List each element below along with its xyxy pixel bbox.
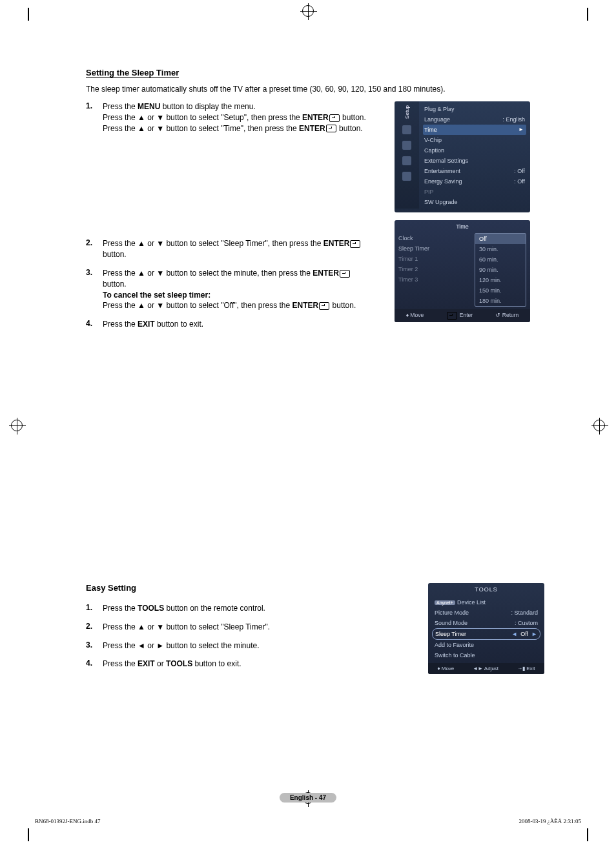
osd-time-row: Timer 3 [398, 274, 472, 285]
osd-tools-menu: TOOLS Anynet+Device ListPicture Mode: St… [428, 583, 544, 674]
page-number-badge: English - 47 [280, 793, 336, 803]
osd-title: Time [395, 220, 530, 233]
osd-menu-item: SW Upgrade [423, 197, 526, 207]
step-body: Press the MENU button to display the men… [103, 101, 383, 134]
osd-menu-item: Energy SavingOff [423, 176, 526, 187]
enter-icon [325, 124, 337, 133]
osd-option: 90 min. [475, 265, 526, 275]
droplet-icon [402, 125, 411, 134]
osd-tools-row: Anynet+Device List [432, 597, 540, 608]
step-number: 4. [86, 319, 103, 330]
page-content: Setting the Sleep Timer The sleep timer … [86, 68, 531, 677]
osd-option: 120 min. [475, 275, 526, 285]
footer-right: 2008-03-19 ¿ÀÈÄ 2:31:05 [519, 818, 582, 824]
footer-return: ↺ Return [495, 312, 518, 320]
section-title: Setting the Sleep Timer [86, 68, 179, 78]
osd-time-row: Clock [398, 233, 472, 243]
registration-mark [11, 420, 23, 431]
footer-adjust: ◄► Adjust [473, 666, 498, 671]
osd-setup-menu: Setup Plug & PlayLanguageEnglishTimeV-Ch… [395, 101, 530, 212]
osd-tools-row: Add to Favorite [432, 640, 540, 650]
osd-option: 150 min. [475, 285, 526, 296]
gear-icon [402, 141, 411, 150]
intro-text: The sleep timer automatically shuts off … [86, 85, 531, 94]
steps-list: 1. Press the MENU button to display the … [86, 101, 383, 134]
osd-option: 60 min. [475, 254, 526, 265]
osd-menu-item: Caption [423, 145, 526, 156]
enter-icon [446, 312, 458, 318]
osd-menu-item: External Settings [423, 156, 526, 166]
step-number: 3. [86, 268, 103, 311]
osd-tab-label: Setup [404, 105, 410, 119]
osd-menu-item: EntertainmentOff [423, 166, 526, 176]
input-icon [402, 172, 411, 181]
osd-option: 180 min. [475, 296, 526, 306]
osd-tools-row: Sleep Timer◄ Off ► [432, 628, 540, 640]
footer-enter: Enter [446, 312, 473, 320]
osd-time-row: Timer 1 [398, 254, 472, 264]
osd-tools-row: Sound Mode: Custom [432, 618, 540, 628]
osd-menu-item: PIP [423, 187, 526, 197]
registration-mark [302, 5, 314, 17]
footer-move: ♦ Move [406, 312, 424, 320]
step-body: Press the ▲ or ▼ button to select the mi… [103, 268, 383, 311]
footer-left: BN68-01392J-ENG.indb 47 [35, 818, 101, 824]
step-number: 1. [86, 101, 103, 134]
print-footer: BN68-01392J-ENG.indb 47 2008-03-19 ¿ÀÈÄ … [35, 818, 581, 824]
step-number: 2. [86, 238, 103, 260]
osd-menu-item: LanguageEnglish [423, 114, 526, 125]
osd-menu-item: Time [423, 125, 526, 135]
satellite-icon [402, 156, 411, 165]
enter-icon [339, 269, 351, 278]
step-body: Press the ▲ or ▼ button to select "Sleep… [103, 238, 383, 260]
section-title: Easy Setting [86, 583, 136, 593]
enter-icon [329, 113, 340, 122]
osd-option: 30 min. [475, 244, 526, 254]
osd-time-row: Timer 2 [398, 264, 472, 274]
enter-icon [349, 239, 361, 248]
osd-tools-row: Switch to Cable [432, 650, 540, 660]
osd-menu-item: Plug & Play [423, 104, 526, 114]
crop-marks-bottom [0, 828, 616, 841]
osd-menu-item: V-Chip [423, 135, 526, 145]
osd-tools-row: Picture Mode: Standard [432, 608, 540, 618]
enter-icon [318, 301, 330, 310]
registration-mark [593, 420, 605, 431]
footer-move: ♦ Move [437, 666, 454, 671]
osd-time-row: Sleep Timer [398, 243, 472, 254]
footer-exit: →▮ Exit [517, 666, 535, 671]
osd-option: Off [475, 234, 526, 244]
osd-title: TOOLS [428, 583, 544, 596]
step-body: Press the EXIT button to exit. [103, 319, 383, 330]
osd-time-menu: Time ClockSleep TimerTimer 1Timer 2Timer… [395, 220, 530, 322]
